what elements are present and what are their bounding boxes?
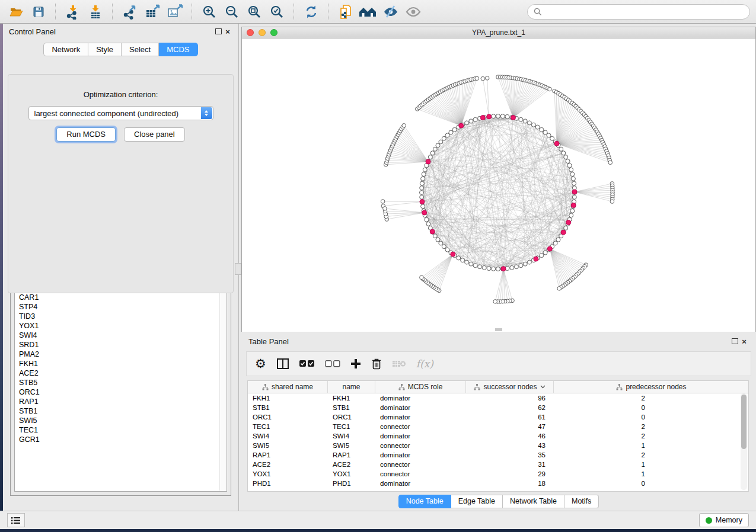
mcds-result-item[interactable]: TID3 bbox=[19, 312, 227, 321]
export-table-button[interactable] bbox=[142, 2, 162, 21]
network-node[interactable] bbox=[469, 262, 473, 266]
delete-column-button[interactable] bbox=[371, 356, 382, 371]
tab-style[interactable]: Style bbox=[88, 43, 122, 56]
network-node[interactable] bbox=[482, 265, 486, 270]
network-node[interactable] bbox=[493, 300, 497, 304]
network-node[interactable] bbox=[535, 125, 540, 129]
close-table-panel-button[interactable]: × bbox=[739, 336, 749, 346]
network-node[interactable] bbox=[608, 161, 613, 165]
mcds-result-item[interactable]: SWI5 bbox=[19, 416, 227, 425]
zoom-out-button[interactable] bbox=[222, 2, 242, 21]
list-scrollbar[interactable] bbox=[219, 282, 226, 491]
network-node[interactable] bbox=[426, 222, 430, 226]
network-node[interactable] bbox=[469, 119, 473, 123]
panel-splitter-handle[interactable] bbox=[235, 263, 241, 275]
network-node[interactable] bbox=[510, 265, 514, 270]
hide-selected-button[interactable] bbox=[381, 2, 401, 21]
network-node[interactable] bbox=[527, 260, 531, 264]
network-node[interactable] bbox=[421, 177, 425, 181]
network-node[interactable] bbox=[423, 168, 427, 172]
network-node[interactable] bbox=[473, 264, 477, 268]
table-row[interactable]: SWI4SWI4dominator462 bbox=[248, 431, 748, 441]
mcds-node[interactable] bbox=[511, 116, 516, 120]
table-scrollbar-thumb[interactable] bbox=[741, 395, 747, 449]
mcds-result-item[interactable]: SRD1 bbox=[19, 340, 227, 350]
network-node[interactable] bbox=[564, 226, 568, 230]
first-neighbors-button[interactable] bbox=[358, 2, 378, 21]
network-node[interactable] bbox=[465, 260, 469, 264]
network-node[interactable] bbox=[465, 121, 469, 125]
float-table-panel-button[interactable] bbox=[730, 336, 739, 346]
show-all-button[interactable] bbox=[403, 2, 423, 21]
network-node[interactable] bbox=[496, 267, 500, 271]
mcds-result-item[interactable]: ORC1 bbox=[19, 387, 227, 397]
network-node[interactable] bbox=[445, 248, 449, 252]
network-graph[interactable] bbox=[242, 39, 755, 332]
search-box[interactable] bbox=[527, 4, 750, 20]
table-row[interactable]: ACE2ACE2connector311 bbox=[248, 460, 748, 469]
table-row[interactable]: ORC1ORC1dominator610 bbox=[248, 412, 748, 422]
network-node[interactable] bbox=[383, 207, 387, 211]
network-node[interactable] bbox=[562, 151, 566, 155]
mcds-node[interactable] bbox=[430, 229, 435, 234]
mcds-node[interactable] bbox=[561, 230, 566, 235]
tab-edge-table[interactable]: Edge Table bbox=[451, 495, 503, 508]
network-node[interactable] bbox=[505, 114, 509, 118]
network-node[interactable] bbox=[527, 121, 531, 125]
mcds-result-item[interactable]: FKH1 bbox=[19, 359, 227, 368]
network-node[interactable] bbox=[571, 177, 575, 181]
split-view-button[interactable] bbox=[276, 356, 289, 371]
column-header-shared-name[interactable]: shared name bbox=[248, 381, 328, 393]
export-network-button[interactable] bbox=[120, 2, 140, 21]
network-node[interactable] bbox=[420, 195, 424, 199]
network-node[interactable] bbox=[439, 140, 443, 144]
open-session-button[interactable] bbox=[6, 2, 26, 21]
network-node[interactable] bbox=[540, 127, 544, 132]
tab-network[interactable]: Network bbox=[43, 43, 88, 56]
network-node[interactable] bbox=[420, 186, 424, 190]
clear-table-button[interactable] bbox=[392, 356, 406, 371]
memory-button[interactable]: Memory bbox=[699, 513, 749, 527]
mcds-result-list[interactable]: PHD1CAR1STP4TID3YOX1SWI4SRD1PMA2FKH1ACE2… bbox=[14, 281, 227, 492]
mcds-node[interactable] bbox=[480, 116, 485, 120]
maximize-window-button[interactable] bbox=[270, 29, 277, 36]
network-node[interactable] bbox=[492, 114, 496, 118]
tab-select[interactable]: Select bbox=[122, 43, 159, 56]
network-node[interactable] bbox=[428, 155, 432, 159]
network-node[interactable] bbox=[422, 172, 426, 177]
mcds-result-item[interactable]: PMA2 bbox=[19, 350, 227, 359]
mcds-node[interactable] bbox=[534, 257, 538, 261]
network-node[interactable] bbox=[523, 119, 527, 123]
float-panel-button[interactable] bbox=[213, 27, 223, 36]
mcds-node[interactable] bbox=[501, 267, 506, 271]
network-node[interactable] bbox=[421, 204, 425, 209]
close-window-button[interactable] bbox=[247, 29, 254, 36]
network-node[interactable] bbox=[569, 168, 573, 172]
add-column-button[interactable] bbox=[350, 356, 361, 371]
network-node[interactable] bbox=[569, 213, 573, 217]
close-panel-button[interactable]: × bbox=[223, 27, 232, 36]
network-node[interactable] bbox=[543, 251, 547, 255]
network-node[interactable] bbox=[430, 151, 435, 155]
network-node[interactable] bbox=[570, 172, 575, 177]
mcds-node[interactable] bbox=[459, 123, 464, 128]
network-node[interactable] bbox=[478, 265, 482, 269]
table-row[interactable]: SWI5SWI5connector431 bbox=[248, 441, 748, 450]
mcds-node[interactable] bbox=[554, 141, 559, 146]
mcds-result-item[interactable]: ACE2 bbox=[19, 368, 227, 378]
network-node[interactable] bbox=[433, 147, 437, 151]
mcds-node[interactable] bbox=[426, 159, 430, 164]
clone-network-button[interactable] bbox=[336, 2, 356, 21]
network-node[interactable] bbox=[519, 117, 523, 121]
network-node[interactable] bbox=[547, 133, 551, 137]
mcds-result-item[interactable]: STB1 bbox=[19, 406, 227, 416]
network-window-titlebar[interactable]: YPA_prune.txt_1 bbox=[242, 27, 755, 39]
table-settings-button[interactable]: ⚙ bbox=[255, 356, 266, 371]
network-node[interactable] bbox=[487, 267, 491, 271]
network-node[interactable] bbox=[556, 238, 560, 242]
mcds-node[interactable] bbox=[572, 190, 577, 194]
mcds-result-item[interactable]: STB5 bbox=[19, 378, 227, 387]
network-node[interactable] bbox=[610, 200, 614, 204]
export-image-button[interactable] bbox=[165, 2, 185, 21]
table-row[interactable]: TEC1TEC1connector472 bbox=[248, 422, 748, 431]
